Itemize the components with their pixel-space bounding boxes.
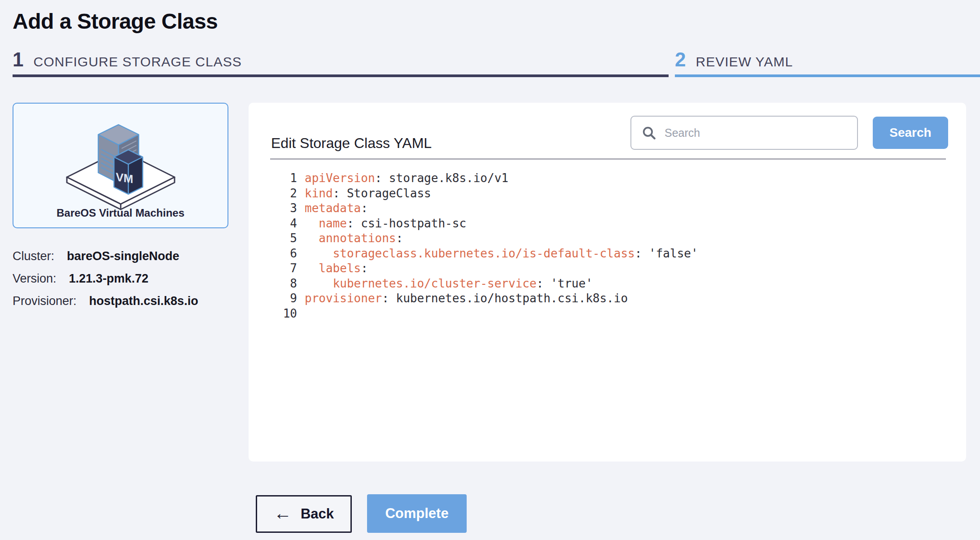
cluster-info-row: Version:1.21.3-pmk.72 [13, 272, 198, 286]
code-text: kind: StorageClass [305, 186, 431, 201]
code-text: name: csi-hostpath-sc [305, 216, 466, 231]
editor-title: Edit Storage Class YAML [271, 135, 432, 152]
info-value: bareOS-singleNode [67, 249, 179, 263]
page-title: Add a Storage Class [13, 9, 218, 34]
add-storage-class-screen: Add a Storage Class 1 CONFIGURE STORAGE … [0, 0, 980, 540]
code-line: 2kind: StorageClass [249, 186, 962, 201]
info-label: Cluster: [13, 249, 54, 263]
code-text: kubernetes.io/cluster-service: 'true' [305, 276, 593, 292]
step-2-number: 2 [675, 48, 686, 71]
code-text: annotations: [305, 231, 403, 246]
line-number: 4 [267, 216, 297, 231]
step-1-label: CONFIGURE STORAGE CLASS [33, 54, 241, 70]
step-2-underline [675, 74, 980, 77]
code-line: 5 annotations: [249, 231, 962, 246]
code-line: 1apiVersion: storage.k8s.io/v1 [249, 171, 962, 186]
code-line: 8 kubernetes.io/cluster-service: 'true' [249, 276, 962, 292]
step-2-label: REVIEW YAML [696, 54, 793, 70]
svg-text:VM: VM [116, 170, 133, 186]
code-text: apiVersion: storage.k8s.io/v1 [305, 171, 508, 186]
line-number: 8 [267, 276, 297, 292]
code-text: storageclass.kubernetes.io/is-default-cl… [305, 246, 698, 261]
step-review-yaml[interactable]: 2 REVIEW YAML [675, 48, 980, 77]
info-label: Version: [13, 272, 57, 286]
cluster-info-row: Cluster:bareOS-singleNode [13, 249, 198, 263]
left-arrow-icon: ← [274, 504, 292, 522]
search-input[interactable] [665, 126, 844, 139]
code-line: 10 [249, 306, 962, 322]
line-number: 3 [267, 201, 297, 216]
code-text: labels: [305, 261, 368, 276]
code-line: 6 storageclass.kubernetes.io/is-default-… [249, 246, 962, 261]
cluster-info-list: Cluster:bareOS-singleNodeVersion:1.21.3-… [13, 249, 198, 317]
line-number: 1 [267, 171, 297, 186]
search-button[interactable]: Search [873, 117, 948, 149]
search-icon [641, 125, 656, 140]
complete-button[interactable]: Complete [367, 494, 467, 533]
code-line: 4 name: csi-hostpath-sc [249, 216, 962, 231]
editor-header-divider [270, 158, 946, 160]
wizard-steps: 1 CONFIGURE STORAGE CLASS 2 REVIEW YAML [13, 48, 980, 77]
yaml-code-editor[interactable]: 1apiVersion: storage.k8s.io/v12kind: Sto… [249, 171, 962, 457]
line-number: 6 [267, 246, 297, 261]
info-value: hostpath.csi.k8s.io [89, 294, 198, 308]
provider-card-bareos-vm: VM BareOS Virtual Machines [13, 103, 228, 228]
line-number: 2 [267, 186, 297, 201]
info-value: 1.21.3-pmk.72 [69, 272, 149, 286]
back-button-label: Back [301, 506, 334, 522]
vm-isometric-icon: VM [56, 110, 186, 216]
cluster-info-row: Provisioner:hostpath.csi.k8s.io [13, 294, 198, 308]
step-1-underline [13, 74, 669, 77]
step-configure-storage-class[interactable]: 1 CONFIGURE STORAGE CLASS [13, 48, 669, 77]
info-label: Provisioner: [13, 294, 77, 308]
line-number: 5 [267, 231, 297, 246]
step-1-number: 1 [13, 48, 23, 71]
code-line: 7 labels: [249, 261, 962, 276]
line-number: 7 [267, 261, 297, 276]
code-text: provisioner: kubernetes.io/hostpath.csi.… [305, 291, 628, 306]
yaml-editor-panel: Edit Storage Class YAML Search 1apiVersi… [249, 103, 966, 462]
code-text: metadata: [305, 201, 368, 216]
search-box[interactable] [630, 116, 858, 150]
line-number: 9 [267, 291, 297, 306]
line-number: 10 [267, 306, 297, 322]
code-line: 3metadata: [249, 201, 962, 216]
back-button[interactable]: ← Back [256, 495, 352, 533]
code-line: 9provisioner: kubernetes.io/hostpath.csi… [249, 291, 962, 306]
